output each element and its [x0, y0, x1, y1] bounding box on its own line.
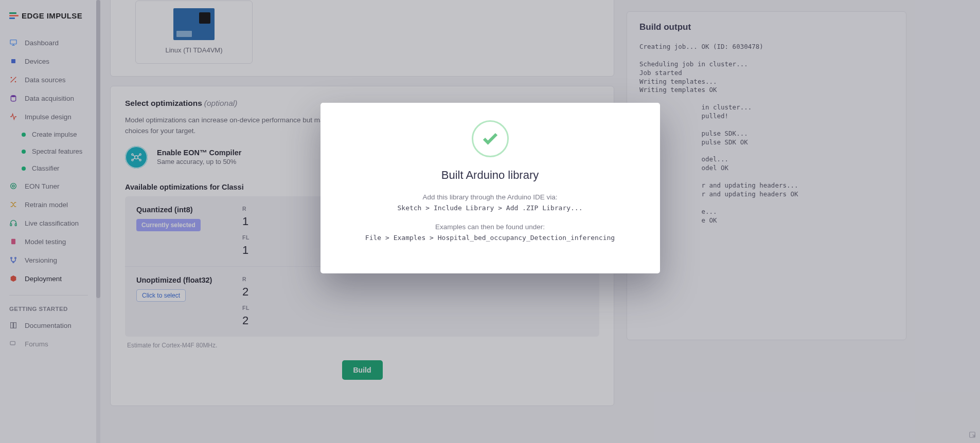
built-library-modal: Built Arduino library Add this library t… [320, 103, 660, 273]
modal-overlay[interactable]: Built Arduino library Add this library t… [0, 0, 980, 443]
modal-code2: File > Examples > Hospital_bed_occupancy… [341, 234, 639, 242]
modal-title: Built Arduino library [341, 169, 639, 182]
success-check-icon [472, 120, 509, 157]
modal-line1: Add this library through the Arduino IDE… [341, 193, 639, 201]
help-corner-icon[interactable] [969, 431, 976, 440]
modal-code1: Sketch > Include Library > Add .ZIP Libr… [341, 204, 639, 212]
modal-line2: Examples can then be found under: [341, 223, 639, 231]
